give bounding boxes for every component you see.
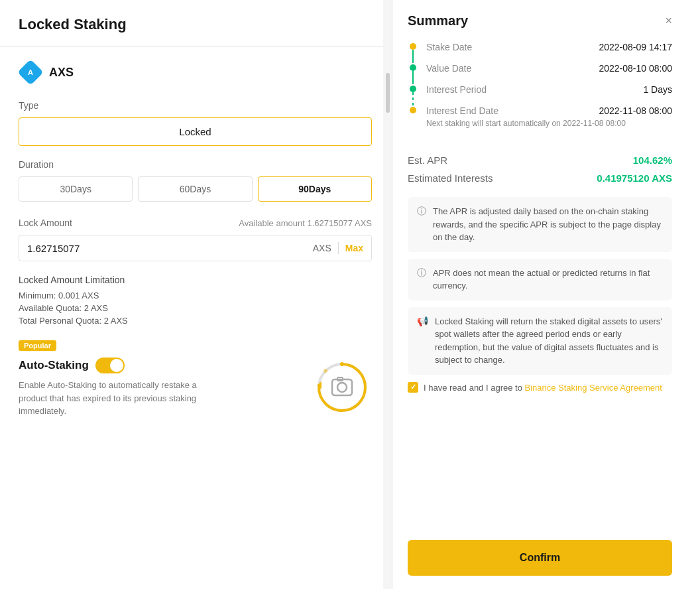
info-card-0: ⓘ The APR is adjusted daily based on the… [408, 197, 672, 252]
timeline-section: Stake Date 2022-08-09 14:17 Value Date 2… [408, 42, 672, 141]
max-button[interactable]: Max [345, 243, 363, 253]
auto-staking-desc: Enable Auto-Staking to automatically res… [19, 379, 217, 418]
limitation-minimum: Minimum: 0.001 AXS [19, 291, 372, 300]
auto-staking-toggle[interactable] [95, 358, 125, 373]
limitation-personal-quota: Total Personal Quota: 2 AXS [19, 316, 372, 326]
popular-badge: Popular [19, 340, 56, 351]
timeline-value-1: 2022-08-10 08:00 [599, 63, 672, 74]
auto-staking-title: Auto-Staking [19, 358, 312, 373]
timeline-label-0: Stake Date [426, 42, 472, 52]
timeline-item-0: Stake Date 2022-08-09 14:17 [426, 42, 672, 63]
limitation-title: Locked Amount Limitation [19, 275, 372, 285]
svg-point-4 [337, 383, 347, 392]
timeline-item-3: Interest End Date 2022-11-08 08:00 [426, 105, 672, 116]
summary-header: Summary × [408, 13, 672, 29]
agreement-link[interactable]: Binance Staking Service Agreement [525, 383, 662, 393]
duration-30[interactable]: 30Days [19, 176, 133, 202]
timeline-value-2: 1 Days [643, 84, 672, 95]
svg-point-7 [340, 362, 344, 366]
page-title: Locked Staking [19, 16, 372, 33]
type-value: Locked [19, 117, 372, 146]
token-name: AXS [49, 66, 74, 80]
timeline-note: Next staking will start automatically on… [426, 119, 672, 128]
timeline-label-3: Interest End Date [426, 105, 498, 116]
info-icon-1: ⓘ [417, 267, 426, 279]
duration-90[interactable]: 90Days [258, 176, 372, 202]
interest-label: Estimated Interests [408, 172, 493, 184]
svg-point-8 [323, 369, 327, 373]
info-card-1: ⓘ APR does not mean the actual or predic… [408, 259, 672, 300]
auto-staking-label: Auto-Staking [19, 359, 89, 372]
amount-divider [338, 242, 339, 254]
timeline-label-2: Interest Period [426, 84, 487, 95]
line-2 [412, 92, 414, 105]
summary-title: Summary [408, 13, 468, 29]
info-card-2: 📢 Locked Staking will return the staked … [408, 307, 672, 375]
interest-value: 0.41975120 AXS [597, 172, 672, 184]
close-button[interactable]: × [665, 14, 672, 28]
timeline-value-0: 2022-08-09 14:17 [599, 42, 672, 52]
type-label: Type [19, 100, 372, 111]
right-panel: Summary × Stake Date 2022-08-09 14:17 [391, 0, 688, 589]
token-icon: A [19, 60, 42, 84]
agreement-prefix: I have read and I agree to [424, 383, 525, 393]
timeline-label-1: Value Date [426, 63, 471, 74]
divider [0, 46, 390, 47]
toggle-circle [110, 359, 123, 372]
amount-value: 1.62715077 [27, 243, 313, 254]
check-icon: ✓ [410, 383, 416, 391]
info-icon-0: ⓘ [417, 206, 426, 218]
dot-0 [410, 43, 416, 50]
dot-2 [410, 86, 416, 92]
dot-3 [410, 107, 416, 113]
lock-amount-label: Lock Amount [19, 218, 72, 228]
timeline-left-1 [408, 63, 418, 84]
duration-buttons: 30Days 60Days 90Days [19, 176, 372, 202]
timeline-item-2: Interest Period 1 Days [426, 84, 672, 105]
apr-label: Est. APR [408, 155, 447, 166]
timeline-left-3 [408, 105, 418, 113]
info-text-0: The APR is adjusted daily based on the o… [433, 205, 663, 244]
timeline-left-2 [408, 84, 418, 105]
confirm-button[interactable]: Confirm [408, 540, 672, 576]
info-text-1: APR does not mean the actual or predicte… [433, 267, 663, 293]
duration-60[interactable]: 60Days [138, 176, 252, 202]
timeline-left-0 [408, 42, 418, 63]
line-0 [412, 50, 414, 63]
amount-input-box[interactable]: 1.62715077 AXS Max [19, 235, 372, 261]
amount-currency: AXS [313, 243, 331, 253]
timeline-item-1: Value Date 2022-08-10 08:00 [426, 63, 672, 84]
agreement-checkbox[interactable]: ✓ [408, 382, 418, 393]
scrollbar-thumb [386, 73, 390, 113]
agreement-text: I have read and I agree to Binance Staki… [424, 381, 662, 395]
agreement-row: ✓ I have read and I agree to Binance Sta… [408, 381, 672, 395]
line-1 [412, 71, 414, 84]
token-row: A AXS [19, 60, 372, 84]
dot-1 [410, 64, 416, 71]
left-panel: Locked Staking A AXS Type Locked Duratio… [0, 0, 391, 589]
apr-row: Est. APR 104.62% [408, 155, 672, 166]
timeline-value-3: 2022-11-08 08:00 [599, 105, 672, 116]
auto-staking-icon-container [312, 358, 372, 417]
svg-text:A: A [28, 68, 33, 76]
limitation-quota: Available Quota: 2 AXS [19, 303, 372, 313]
scrollbar[interactable] [383, 0, 392, 589]
interest-row: Estimated Interests 0.41975120 AXS [408, 172, 672, 184]
megaphone-icon: 📢 [417, 316, 428, 326]
info-text-2: Locked Staking will return the staked di… [435, 315, 663, 367]
apr-value: 104.62% [633, 155, 672, 166]
info-cards: ⓘ The APR is adjusted daily based on the… [408, 197, 672, 540]
available-amount: Available amount 1.62715077 AXS [239, 218, 372, 228]
auto-staking-row: Auto-Staking Enable Auto-Staking to auto… [19, 358, 372, 418]
lock-amount-header: Lock Amount Available amount 1.62715077 … [19, 218, 372, 228]
duration-label: Duration [19, 159, 372, 170]
auto-staking-left: Auto-Staking Enable Auto-Staking to auto… [19, 358, 312, 418]
svg-rect-3 [332, 379, 352, 395]
limitation-section: Locked Amount Limitation Minimum: 0.001 … [19, 275, 372, 326]
